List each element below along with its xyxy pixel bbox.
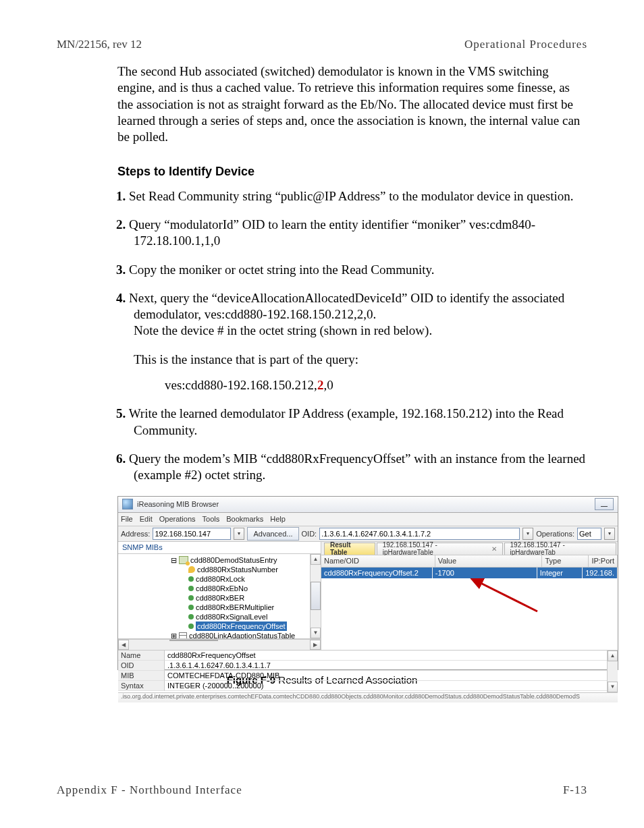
tree-node[interactable]: cdd880LinkAdaptionStatusTable: [189, 631, 295, 639]
grid-cell-type: Integer: [537, 568, 583, 578]
step-6: 6. Query the modem’s MIB “cdd880RxFreque…: [116, 451, 587, 484]
tab-label: Result Table: [330, 542, 369, 557]
svg-line-0: [471, 578, 537, 611]
step-3-text: Copy the moniker or octet string into th…: [129, 263, 435, 277]
tree-node[interactable]: cdd880RxBERMultiplier: [196, 603, 274, 612]
scroll-up-icon[interactable]: ▲: [608, 651, 618, 661]
intro-paragraph: The second Hub associated (switched) dem…: [117, 63, 587, 146]
grid-row-selected[interactable]: cdd880RxFrequencyOffset.2 -1700 Integer …: [321, 568, 618, 578]
grid-header-ipport[interactable]: IP:Port: [589, 555, 618, 567]
app-icon: [122, 499, 133, 509]
step-4d-post: ,0: [323, 378, 333, 392]
grid-header-value[interactable]: Value: [435, 555, 543, 567]
step-4b-text: Note the device # in the octet string (s…: [134, 323, 432, 337]
doc-header-right: Operational Procedures: [464, 38, 587, 51]
operations-label: Operations:: [536, 530, 574, 538]
tree-node-selected[interactable]: cdd880RxFrequencyOffset: [196, 622, 287, 631]
tab-result-table[interactable]: Result Table: [324, 543, 375, 555]
menu-file[interactable]: File: [121, 515, 133, 523]
left-pane-header: SNMP MIBs: [118, 542, 321, 554]
tree-node[interactable]: cdd880RxLock: [196, 574, 245, 584]
scroll-down-icon[interactable]: ▼: [311, 628, 321, 638]
tree-node[interactable]: cdd880RxBER: [196, 593, 244, 603]
leaf-icon: [188, 586, 194, 591]
tab-label: 192.168.150.147 - ipHardwareTab: [510, 542, 610, 557]
grid-header-name[interactable]: Name/OID: [321, 555, 435, 567]
titlebar[interactable]: iReasoning MIB Browser —: [118, 497, 618, 513]
tab-iphardware-2[interactable]: 192.168.150.147 - ipHardwareTab: [504, 543, 616, 555]
prop-value: COMTECHEFDATA-CDD880-MIB: [165, 671, 607, 681]
step-4d-red: 2: [317, 378, 324, 392]
tree-node[interactable]: cdd880DemodStatusEntry: [190, 555, 277, 565]
step-4a-text: Next, query the “deviceAllocationAllocat…: [129, 291, 564, 321]
tree-node[interactable]: cdd880RxEbNo: [196, 584, 248, 593]
tree-vertical-scrollbar[interactable]: ▲ ▼: [310, 554, 321, 638]
prop-value: cdd880RxFrequencyOffset: [165, 651, 607, 661]
tree-node[interactable]: cdd880RxSignalLevel: [196, 612, 267, 622]
menu-bookmarks[interactable]: Bookmarks: [226, 515, 263, 523]
tab-iphardware-1[interactable]: 192.168.150.147 - ipHardwareTable✕: [377, 543, 503, 555]
operations-dropdown-icon[interactable]: ▾: [604, 528, 615, 540]
status-bar: .iso.org.dod.internet.private.enterprise…: [118, 692, 618, 702]
prop-key: OID: [118, 661, 165, 671]
menu-operations[interactable]: Operations: [159, 515, 196, 523]
key-icon: [188, 566, 195, 573]
leaf-icon: [188, 605, 194, 610]
prop-value: INTEGER (-200000..200000): [165, 681, 607, 691]
scroll-right-icon[interactable]: ▶: [310, 640, 321, 650]
grid-cell-value: -1700: [433, 568, 537, 578]
menu-help[interactable]: Help: [270, 515, 286, 523]
step-3: 3. Copy the moniker or octet string into…: [116, 262, 587, 278]
mib-tree[interactable]: ⊟ cdd880DemodStatusEntry cdd880RxStatusN…: [118, 554, 321, 639]
step-5: 5. Write the learned demodulator IP Addr…: [116, 406, 587, 439]
step-5-text: Write the learned demodulator IP Address…: [129, 406, 564, 437]
close-icon[interactable]: ✕: [491, 545, 497, 553]
annotation-arrow-icon: [463, 574, 544, 615]
scroll-down-icon[interactable]: ▼: [608, 682, 618, 692]
address-input[interactable]: [153, 528, 231, 540]
section-title: Steps to Identify Device: [117, 165, 587, 179]
address-dropdown-icon[interactable]: ▾: [234, 528, 244, 540]
leaf-icon: [188, 595, 194, 601]
scroll-up-icon[interactable]: ▲: [311, 554, 321, 565]
grid-cell-name: cdd880RxFrequencyOffset.2: [321, 568, 433, 578]
scroll-thumb[interactable]: [169, 640, 218, 641]
menubar: File Edit Operations Tools Bookmarks Hel…: [118, 513, 618, 526]
tabs: Result Table 192.168.150.147 - ipHardwar…: [321, 542, 618, 555]
right-pane: Result Table 192.168.150.147 - ipHardwar…: [321, 542, 618, 650]
scroll-thumb[interactable]: [311, 582, 321, 610]
oid-dropdown-icon[interactable]: ▾: [522, 528, 533, 540]
step-2: 2. Query “modulatorId” OID to learn the …: [116, 217, 587, 250]
step-1-text: Set Read Community string “public@IP Add…: [129, 189, 573, 203]
folder-icon: [179, 556, 188, 564]
tab-label: 192.168.150.147 - ipHardwareTable: [383, 542, 488, 557]
operations-input[interactable]: [577, 528, 601, 540]
minimize-button[interactable]: —: [595, 498, 614, 510]
result-grid[interactable]: Name/OID Value Type IP:Port cdd880RxFreq…: [321, 555, 618, 650]
prop-value: .1.3.6.1.4.1.6247.60.1.3.4.1.1.7: [165, 661, 607, 671]
window-title: iReasoning MIB Browser: [137, 500, 595, 508]
advanced-button[interactable]: Advanced...: [247, 527, 298, 541]
leaf-icon: [188, 614, 194, 619]
scroll-left-icon[interactable]: ◀: [118, 640, 129, 650]
footer-right: F-13: [563, 783, 587, 797]
prop-key: Name: [118, 651, 165, 661]
leaf-icon: [188, 576, 194, 582]
step-4d-pre: ves:cdd880-192.168.150.212,: [165, 378, 317, 392]
step-2-text: Query “modulatorId” OID to learn the ent…: [129, 217, 535, 248]
property-vertical-scrollbar[interactable]: ▲ ▼: [607, 651, 618, 692]
step-4d-text: ves:cdd880-192.168.150.212,2,0: [165, 377, 587, 393]
oid-input[interactable]: [319, 528, 520, 540]
menu-tools[interactable]: Tools: [203, 515, 220, 523]
step-6-text: Query the modem’s MIB “cdd880RxFrequency…: [129, 451, 585, 482]
footer-left: Appendix F - Northbound Interface: [57, 783, 242, 797]
step-4: 4. Next, query the “deviceAllocationAllo…: [116, 290, 587, 339]
menu-edit[interactable]: Edit: [140, 515, 153, 523]
tree-node[interactable]: cdd880RxStatusNumber: [197, 565, 278, 574]
address-label: Address:: [121, 530, 150, 538]
tree-horizontal-scrollbar[interactable]: ◀ ▶: [118, 639, 321, 650]
grid-header-type[interactable]: Type: [542, 555, 589, 567]
leaf-icon: [188, 624, 194, 629]
table-icon: [179, 632, 187, 639]
step-1: 1. Set Read Community string “public@IP …: [116, 188, 587, 204]
